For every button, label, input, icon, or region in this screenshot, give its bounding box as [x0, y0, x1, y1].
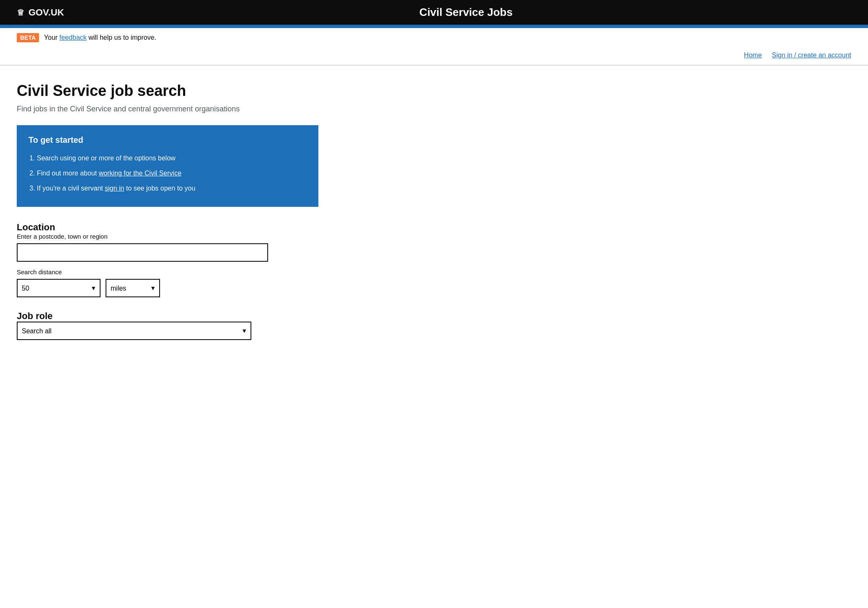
signin-link[interactable]: Sign in / create an account — [772, 52, 851, 59]
beta-banner: BETA Your feedback will help us to impro… — [0, 28, 868, 47]
feedback-link[interactable]: feedback — [59, 34, 87, 41]
home-link[interactable]: Home — [744, 52, 762, 59]
gov-logo: ♕ GOV.UK — [17, 7, 64, 18]
beta-text-after: will help us to improve. — [87, 34, 156, 41]
unit-select[interactable]: miles km — [106, 279, 160, 297]
job-role-label: Job role — [17, 311, 53, 321]
info-box: To get started Search using one or more … — [17, 125, 318, 207]
top-nav: Home Sign in / create an account — [0, 47, 868, 65]
distance-label: Search distance — [17, 268, 268, 276]
info-box-list: Search using one or more of the options … — [37, 152, 307, 195]
info-item-1: Search using one or more of the options … — [37, 152, 307, 165]
distance-select-wrapper: 10 20 30 40 50 100 ▼ — [17, 279, 101, 297]
job-role-select-wrapper: Search all Administrative Analytical Com… — [17, 322, 251, 340]
site-title: Civil Service Jobs — [81, 6, 851, 19]
beta-badge: BETA — [17, 33, 39, 42]
site-header: ♕ GOV.UK Civil Service Jobs — [0, 0, 868, 25]
job-role-section: Job role Search all Administrative Analy… — [17, 311, 268, 340]
gov-logo-text: GOV.UK — [28, 7, 64, 18]
info-item-3: If you're a civil servant sign in to see… — [37, 182, 307, 195]
distance-select[interactable]: 10 20 30 40 50 100 — [17, 279, 101, 297]
info-box-title: To get started — [28, 135, 307, 145]
page-title: Civil Service job search — [17, 82, 318, 100]
crown-icon: ♕ — [17, 8, 24, 18]
location-input[interactable] — [17, 243, 268, 262]
info-item-2: Find out more about working for the Civi… — [37, 167, 307, 180]
location-label: Location — [17, 222, 55, 232]
job-role-select[interactable]: Search all Administrative Analytical Com… — [17, 322, 251, 340]
page-subtitle: Find jobs in the Civil Service and centr… — [17, 105, 318, 113]
beta-text-before: Your — [44, 34, 59, 41]
working-civil-service-link[interactable]: working for the Civil Service — [99, 170, 181, 177]
beta-text: Your feedback will help us to improve. — [44, 34, 156, 41]
main-content: Civil Service job search Find jobs in th… — [0, 65, 335, 379]
sign-in-link[interactable]: sign in — [105, 185, 124, 192]
location-section: Location Enter a postcode, town or regio… — [17, 222, 268, 297]
distance-row: 10 20 30 40 50 100 ▼ miles km ▼ — [17, 279, 268, 297]
unit-select-wrapper: miles km ▼ — [106, 279, 160, 297]
blue-bar — [0, 25, 868, 28]
location-hint: Enter a postcode, town or region — [17, 233, 268, 240]
